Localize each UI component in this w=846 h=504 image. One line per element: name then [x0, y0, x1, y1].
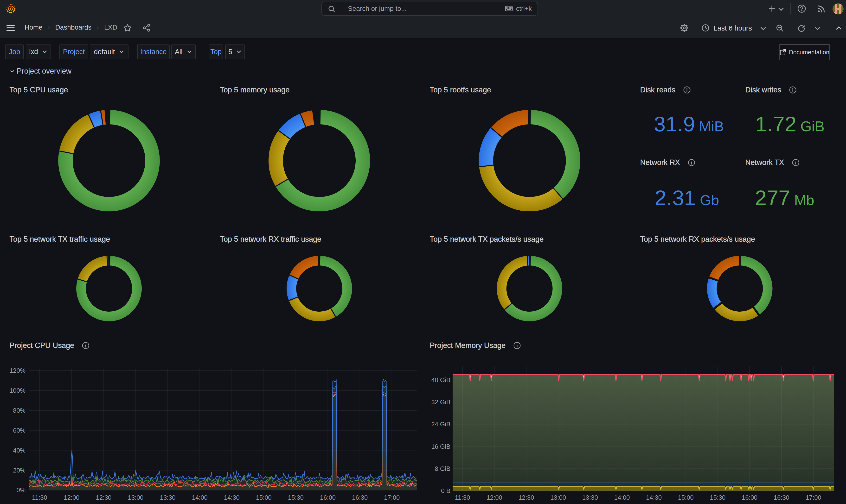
- svg-text:40 GiB: 40 GiB: [431, 376, 451, 383]
- svg-text:120%: 120%: [10, 367, 26, 374]
- svg-text:11:30: 11:30: [455, 494, 470, 501]
- svg-text:15:30: 15:30: [288, 494, 304, 501]
- svg-text:60%: 60%: [13, 427, 25, 434]
- svg-text:40%: 40%: [13, 447, 25, 454]
- svg-text:15:00: 15:00: [678, 494, 694, 501]
- svg-text:32 GiB: 32 GiB: [431, 398, 451, 406]
- svg-text:12:30: 12:30: [518, 494, 534, 501]
- svg-text:12:30: 12:30: [96, 494, 111, 501]
- svg-text:14:00: 14:00: [614, 494, 630, 501]
- svg-text:17:00: 17:00: [384, 494, 400, 501]
- svg-text:17:00: 17:00: [806, 494, 821, 501]
- svg-text:16:00: 16:00: [320, 494, 336, 501]
- svg-text:11:30: 11:30: [32, 494, 47, 501]
- svg-text:15:00: 15:00: [256, 494, 272, 501]
- svg-text:16 GiB: 16 GiB: [431, 443, 451, 450]
- svg-text:12:00: 12:00: [487, 494, 502, 501]
- svg-text:13:00: 13:00: [128, 494, 143, 501]
- svg-text:24 GiB: 24 GiB: [431, 420, 451, 428]
- svg-text:15:30: 15:30: [710, 494, 725, 501]
- svg-text:14:30: 14:30: [646, 494, 662, 501]
- svg-text:80%: 80%: [13, 407, 25, 414]
- svg-text:16:00: 16:00: [742, 494, 757, 501]
- svg-text:0 B: 0 B: [441, 487, 451, 494]
- svg-text:14:30: 14:30: [224, 494, 240, 501]
- svg-text:16:30: 16:30: [774, 494, 789, 501]
- svg-text:100%: 100%: [10, 387, 26, 394]
- svg-text:20%: 20%: [13, 467, 25, 474]
- svg-text:13:30: 13:30: [582, 494, 598, 501]
- svg-text:14:00: 14:00: [192, 494, 208, 501]
- svg-text:13:30: 13:30: [160, 494, 175, 501]
- svg-text:16:30: 16:30: [352, 494, 368, 501]
- svg-text:13:00: 13:00: [550, 494, 566, 501]
- svg-text:8 GiB: 8 GiB: [435, 465, 451, 472]
- svg-text:12:00: 12:00: [64, 494, 80, 501]
- svg-text:0%: 0%: [16, 486, 25, 494]
